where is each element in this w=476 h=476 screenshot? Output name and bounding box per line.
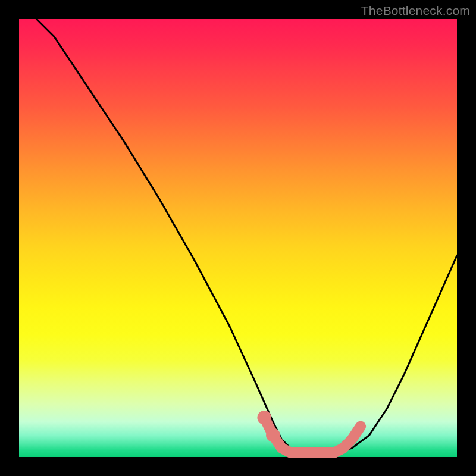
watermark-text: TheBottleneck.com: [361, 4, 470, 18]
plot-area: [19, 19, 457, 457]
chart-frame: TheBottleneck.com: [0, 0, 476, 476]
black-curve: [36, 19, 457, 453]
pink-dot-2: [266, 428, 280, 442]
chart-svg: [19, 19, 457, 457]
pink-dot-1: [257, 411, 271, 425]
